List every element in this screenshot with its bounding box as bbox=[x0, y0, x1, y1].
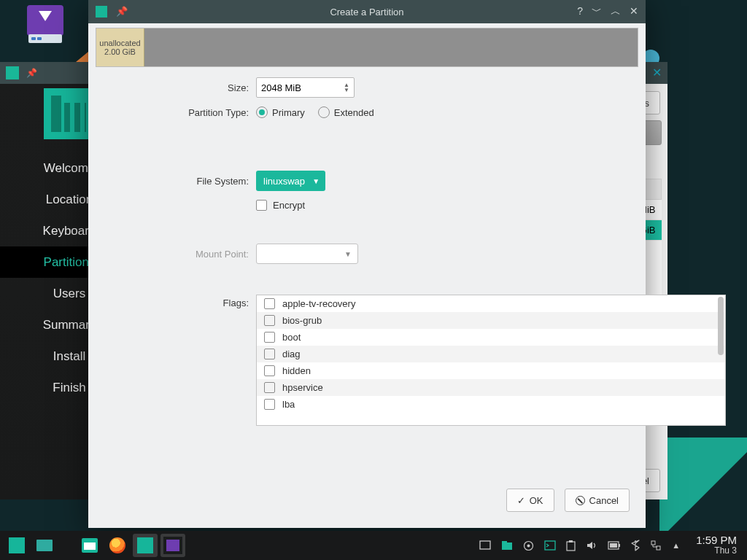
tray-bluetooth-icon[interactable] bbox=[631, 540, 640, 551]
show-desktop-button[interactable] bbox=[32, 534, 57, 557]
flags-list[interactable]: apple-tv-recovery bios-grub boot diag hi… bbox=[256, 295, 726, 426]
unallocated-segment[interactable]: unallocated 2.00 GiB bbox=[96, 28, 144, 66]
tray-display-icon[interactable] bbox=[479, 540, 491, 551]
tray-terminal-icon[interactable] bbox=[544, 540, 556, 551]
tray-folder-icon[interactable] bbox=[501, 540, 513, 551]
svg-rect-6 bbox=[567, 542, 575, 551]
flag-row[interactable]: lba bbox=[257, 396, 725, 413]
svg-rect-11 bbox=[651, 541, 655, 545]
filesystem-select[interactable]: linuxswap ▼ bbox=[256, 171, 325, 191]
desktop: 📌 ﹀ ︿ ✕ Welcome Location Keyboard Partit… bbox=[0, 0, 747, 560]
tray-clipboard-icon[interactable] bbox=[566, 540, 576, 551]
desktop-installer-icon[interactable] bbox=[23, 5, 67, 55]
manjaro-logo-icon bbox=[6, 66, 19, 79]
firefox-button[interactable] bbox=[105, 534, 130, 557]
clock-time: 1:59 PM bbox=[696, 534, 737, 545]
partition-type-label: Partition Type: bbox=[188, 107, 256, 118]
chevron-down-icon: ▼ bbox=[344, 250, 352, 258]
encrypt-checkbox[interactable]: Encrypt bbox=[256, 200, 305, 211]
minimize-icon[interactable]: ﹀ bbox=[592, 5, 602, 18]
svg-rect-5 bbox=[545, 541, 555, 550]
start-menu-button[interactable] bbox=[4, 534, 29, 557]
flag-row[interactable]: bios-grub bbox=[257, 312, 725, 329]
mount-point-select[interactable]: ▼ bbox=[256, 244, 358, 264]
radio-extended-label: Extended bbox=[334, 107, 374, 118]
taskbar-installer-button[interactable] bbox=[133, 534, 158, 557]
radio-primary[interactable]: Primary bbox=[256, 106, 305, 118]
manjaro-logo-icon bbox=[44, 88, 95, 139]
svg-rect-9 bbox=[619, 544, 620, 547]
taskbar-install-media-button[interactable] bbox=[160, 534, 185, 557]
size-label: Size: bbox=[228, 82, 256, 93]
filesystem-label: File System: bbox=[196, 176, 256, 187]
svg-rect-10 bbox=[610, 543, 617, 548]
unallocated-size: 2.00 GiB bbox=[104, 47, 136, 56]
manjaro-logo-icon bbox=[96, 6, 107, 18]
tray-battery-icon[interactable] bbox=[608, 541, 621, 550]
mount-point-label: Mount Point: bbox=[196, 249, 256, 260]
flag-row[interactable]: apple-tv-recovery bbox=[257, 295, 725, 312]
tray-volume-icon[interactable] bbox=[586, 540, 597, 551]
pin-icon[interactable]: 📌 bbox=[26, 68, 37, 78]
flag-row[interactable]: diag bbox=[257, 346, 725, 362]
create-partition-dialog: 📌 Create a Partition ? ﹀ ︿ ✕ unallocated… bbox=[88, 0, 646, 528]
svg-rect-7 bbox=[569, 540, 573, 542]
dialog-titlebar[interactable]: 📌 Create a Partition ? ﹀ ︿ ✕ bbox=[88, 0, 646, 23]
taskbar-clock[interactable]: 1:59 PM Thu 3 bbox=[690, 534, 743, 556]
size-input[interactable] bbox=[261, 82, 341, 93]
tray-network-icon[interactable] bbox=[650, 540, 662, 551]
filesystem-value: linuxswap bbox=[263, 176, 305, 187]
svg-rect-0 bbox=[480, 541, 490, 549]
ok-button[interactable]: ✓OK bbox=[506, 489, 554, 512]
flag-row[interactable]: hidden bbox=[257, 362, 725, 379]
system-tray: ▲ 1:59 PM Thu 3 bbox=[479, 534, 743, 556]
taskbar: ▲ 1:59 PM Thu 3 bbox=[0, 531, 747, 560]
cancel-button[interactable]: Cancel bbox=[565, 489, 630, 512]
cancel-icon bbox=[576, 496, 585, 505]
clock-date: Thu 3 bbox=[696, 545, 737, 556]
svg-rect-2 bbox=[502, 541, 507, 544]
scrollbar[interactable] bbox=[718, 297, 724, 355]
flag-row[interactable]: hpservice bbox=[257, 379, 725, 396]
maximize-icon[interactable]: ︿ bbox=[611, 5, 621, 18]
flags-label: Flags: bbox=[223, 295, 256, 308]
spin-down-icon[interactable]: ▼ bbox=[344, 88, 349, 93]
wallpaper-accent bbox=[659, 438, 747, 540]
help-icon[interactable]: ? bbox=[577, 5, 583, 18]
encrypt-label: Encrypt bbox=[273, 200, 305, 211]
svg-point-4 bbox=[527, 544, 530, 547]
unallocated-label: unallocated bbox=[99, 39, 140, 47]
radio-primary-label: Primary bbox=[272, 107, 305, 118]
chevron-down-icon: ▼ bbox=[312, 177, 320, 185]
pin-icon[interactable]: 📌 bbox=[116, 6, 128, 18]
size-spinbox[interactable]: ▲▼ bbox=[256, 77, 355, 98]
partition-preview[interactable]: unallocated 2.00 GiB bbox=[96, 28, 638, 67]
check-icon: ✓ bbox=[517, 495, 525, 506]
flag-row[interactable]: boot bbox=[257, 329, 725, 346]
dialog-title: Create a Partition bbox=[88, 7, 646, 18]
tray-keyboard-icon[interactable] bbox=[523, 540, 534, 551]
close-icon[interactable]: ✕ bbox=[630, 5, 638, 18]
radio-extended[interactable]: Extended bbox=[318, 106, 374, 118]
file-manager-button[interactable] bbox=[77, 534, 102, 557]
tray-expand-icon[interactable]: ▲ bbox=[672, 541, 680, 550]
